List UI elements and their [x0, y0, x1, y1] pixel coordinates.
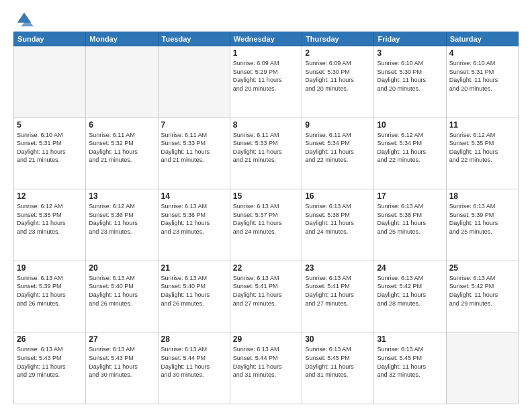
day-number: 17	[377, 191, 443, 201]
day-info: Sunrise: 6:13 AM Sunset: 5:44 PM Dayligh…	[161, 345, 227, 379]
day-info: Sunrise: 6:10 AM Sunset: 5:31 PM Dayligh…	[17, 131, 83, 165]
calendar-cell: 16Sunrise: 6:13 AM Sunset: 5:38 PM Dayli…	[302, 189, 374, 261]
weekday-header-sunday: Sunday	[14, 32, 86, 46]
day-number: 2	[305, 48, 371, 58]
day-info: Sunrise: 6:13 AM Sunset: 5:38 PM Dayligh…	[377, 202, 443, 236]
calendar-cell: 20Sunrise: 6:13 AM Sunset: 5:40 PM Dayli…	[86, 261, 158, 332]
day-info: Sunrise: 6:12 AM Sunset: 5:35 PM Dayligh…	[449, 131, 515, 165]
calendar-cell	[86, 46, 158, 118]
day-info: Sunrise: 6:13 AM Sunset: 5:41 PM Dayligh…	[305, 274, 371, 308]
calendar-cell: 11Sunrise: 6:12 AM Sunset: 5:35 PM Dayli…	[446, 118, 518, 189]
day-info: Sunrise: 6:09 AM Sunset: 5:30 PM Dayligh…	[305, 59, 371, 93]
day-info: Sunrise: 6:13 AM Sunset: 5:44 PM Dayligh…	[233, 345, 299, 379]
day-info: Sunrise: 6:12 AM Sunset: 5:34 PM Dayligh…	[377, 131, 443, 165]
calendar-cell: 1Sunrise: 6:09 AM Sunset: 5:29 PM Daylig…	[230, 46, 302, 118]
day-info: Sunrise: 6:12 AM Sunset: 5:36 PM Dayligh…	[89, 202, 154, 236]
day-number: 20	[89, 263, 154, 273]
calendar-cell: 24Sunrise: 6:13 AM Sunset: 5:42 PM Dayli…	[374, 261, 446, 332]
calendar-cell: 27Sunrise: 6:13 AM Sunset: 5:43 PM Dayli…	[86, 332, 158, 404]
calendar-cell: 18Sunrise: 6:13 AM Sunset: 5:39 PM Dayli…	[446, 189, 518, 261]
day-number: 5	[17, 120, 83, 130]
day-number: 29	[233, 334, 299, 344]
calendar-cell: 31Sunrise: 6:13 AM Sunset: 5:45 PM Dayli…	[374, 332, 446, 404]
calendar-cell: 3Sunrise: 6:10 AM Sunset: 5:30 PM Daylig…	[374, 46, 446, 118]
day-info: Sunrise: 6:13 AM Sunset: 5:43 PM Dayligh…	[17, 345, 83, 379]
day-info: Sunrise: 6:11 AM Sunset: 5:33 PM Dayligh…	[233, 131, 299, 165]
day-number: 1	[233, 48, 299, 58]
day-number: 30	[305, 334, 371, 344]
calendar-cell: 21Sunrise: 6:13 AM Sunset: 5:40 PM Dayli…	[158, 261, 230, 332]
logo	[13, 10, 34, 26]
day-info: Sunrise: 6:10 AM Sunset: 5:31 PM Dayligh…	[449, 59, 515, 93]
day-info: Sunrise: 6:13 AM Sunset: 5:38 PM Dayligh…	[305, 202, 371, 236]
calendar-cell	[14, 46, 86, 118]
week-row-4: 26Sunrise: 6:13 AM Sunset: 5:43 PM Dayli…	[14, 332, 519, 404]
calendar-cell: 10Sunrise: 6:12 AM Sunset: 5:34 PM Dayli…	[374, 118, 446, 189]
day-info: Sunrise: 6:13 AM Sunset: 5:43 PM Dayligh…	[89, 345, 154, 379]
calendar-cell	[446, 332, 518, 404]
day-number: 9	[305, 120, 371, 130]
day-info: Sunrise: 6:13 AM Sunset: 5:41 PM Dayligh…	[233, 274, 299, 308]
day-number: 7	[161, 120, 227, 130]
calendar-cell: 17Sunrise: 6:13 AM Sunset: 5:38 PM Dayli…	[374, 189, 446, 261]
day-info: Sunrise: 6:13 AM Sunset: 5:37 PM Dayligh…	[233, 202, 299, 236]
day-number: 11	[449, 120, 515, 130]
calendar-cell: 30Sunrise: 6:13 AM Sunset: 5:45 PM Dayli…	[302, 332, 374, 404]
weekday-header-monday: Monday	[86, 32, 158, 46]
day-number: 23	[305, 263, 371, 273]
calendar-cell: 2Sunrise: 6:09 AM Sunset: 5:30 PM Daylig…	[302, 46, 374, 118]
weekday-header-friday: Friday	[374, 32, 446, 46]
day-number: 15	[233, 191, 299, 201]
day-number: 18	[449, 191, 515, 201]
day-number: 14	[161, 191, 227, 201]
day-number: 16	[305, 191, 371, 201]
page: SundayMondayTuesdayWednesdayThursdayFrid…	[0, 0, 532, 411]
calendar-cell: 28Sunrise: 6:13 AM Sunset: 5:44 PM Dayli…	[158, 332, 230, 404]
calendar-cell: 14Sunrise: 6:13 AM Sunset: 5:36 PM Dayli…	[158, 189, 230, 261]
weekday-header-saturday: Saturday	[446, 32, 518, 46]
day-number: 26	[17, 334, 83, 344]
calendar-cell: 19Sunrise: 6:13 AM Sunset: 5:39 PM Dayli…	[14, 261, 86, 332]
calendar-cell: 4Sunrise: 6:10 AM Sunset: 5:31 PM Daylig…	[446, 46, 518, 118]
day-info: Sunrise: 6:13 AM Sunset: 5:39 PM Dayligh…	[17, 274, 83, 308]
day-number: 19	[17, 263, 83, 273]
calendar-cell: 25Sunrise: 6:13 AM Sunset: 5:42 PM Dayli…	[446, 261, 518, 332]
calendar-cell: 5Sunrise: 6:10 AM Sunset: 5:31 PM Daylig…	[14, 118, 86, 189]
day-info: Sunrise: 6:13 AM Sunset: 5:39 PM Dayligh…	[449, 202, 515, 236]
calendar-cell: 15Sunrise: 6:13 AM Sunset: 5:37 PM Dayli…	[230, 189, 302, 261]
day-info: Sunrise: 6:13 AM Sunset: 5:45 PM Dayligh…	[377, 345, 443, 379]
week-row-3: 19Sunrise: 6:13 AM Sunset: 5:39 PM Dayli…	[14, 261, 519, 332]
day-number: 22	[233, 263, 299, 273]
day-info: Sunrise: 6:13 AM Sunset: 5:45 PM Dayligh…	[305, 345, 371, 379]
day-number: 12	[17, 191, 83, 201]
logo-icon	[15, 10, 34, 29]
weekday-header-tuesday: Tuesday	[158, 32, 230, 46]
day-number: 27	[89, 334, 154, 344]
weekday-header-wednesday: Wednesday	[230, 32, 302, 46]
day-info: Sunrise: 6:09 AM Sunset: 5:29 PM Dayligh…	[233, 59, 299, 93]
day-info: Sunrise: 6:13 AM Sunset: 5:42 PM Dayligh…	[449, 274, 515, 308]
calendar-cell: 13Sunrise: 6:12 AM Sunset: 5:36 PM Dayli…	[86, 189, 158, 261]
calendar-cell: 22Sunrise: 6:13 AM Sunset: 5:41 PM Dayli…	[230, 261, 302, 332]
calendar-cell: 29Sunrise: 6:13 AM Sunset: 5:44 PM Dayli…	[230, 332, 302, 404]
day-info: Sunrise: 6:13 AM Sunset: 5:40 PM Dayligh…	[161, 274, 227, 308]
calendar-cell: 9Sunrise: 6:11 AM Sunset: 5:34 PM Daylig…	[302, 118, 374, 189]
day-info: Sunrise: 6:12 AM Sunset: 5:35 PM Dayligh…	[17, 202, 83, 236]
day-info: Sunrise: 6:13 AM Sunset: 5:42 PM Dayligh…	[377, 274, 443, 308]
calendar-cell: 26Sunrise: 6:13 AM Sunset: 5:43 PM Dayli…	[14, 332, 86, 404]
day-number: 13	[89, 191, 154, 201]
day-number: 24	[377, 263, 443, 273]
calendar-cell: 7Sunrise: 6:11 AM Sunset: 5:33 PM Daylig…	[158, 118, 230, 189]
day-number: 8	[233, 120, 299, 130]
calendar-cell: 8Sunrise: 6:11 AM Sunset: 5:33 PM Daylig…	[230, 118, 302, 189]
calendar-table: SundayMondayTuesdayWednesdayThursdayFrid…	[13, 32, 519, 404]
day-number: 25	[449, 263, 515, 273]
day-number: 31	[377, 334, 443, 344]
week-row-0: 1Sunrise: 6:09 AM Sunset: 5:29 PM Daylig…	[14, 46, 519, 118]
day-info: Sunrise: 6:11 AM Sunset: 5:34 PM Dayligh…	[305, 131, 371, 165]
calendar-cell: 6Sunrise: 6:11 AM Sunset: 5:32 PM Daylig…	[86, 118, 158, 189]
calendar-cell	[158, 46, 230, 118]
day-info: Sunrise: 6:11 AM Sunset: 5:33 PM Dayligh…	[161, 131, 227, 165]
day-number: 4	[449, 48, 515, 58]
day-number: 28	[161, 334, 227, 344]
